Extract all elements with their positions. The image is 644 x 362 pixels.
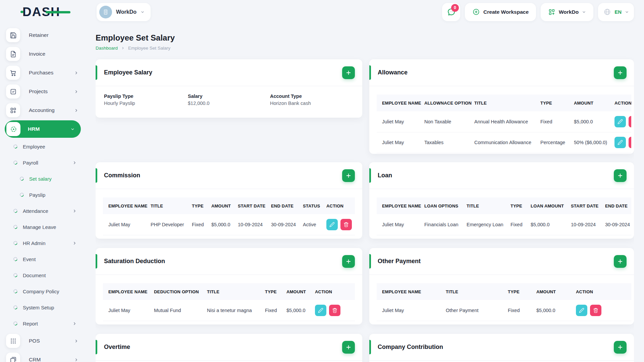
sidebar-item-document[interactable]: Document	[0, 267, 86, 283]
sidebar-item-label: POS	[29, 338, 40, 344]
sidebar-item-invoice[interactable]: Invoice	[0, 45, 86, 63]
top-header: DASH WorkDo 0 Create Workspace WorkDo EN	[0, 0, 644, 24]
workdo-menu-label: WorkDo	[559, 9, 579, 15]
column-header-employee-name: EMPLOYEE NAME	[377, 95, 419, 111]
sidebar-item-pos[interactable]: POS	[0, 331, 86, 350]
allowance-card: Allowance EMPLOYEE NAMEALLOWNACE OPTIONT…	[369, 59, 634, 154]
column-header-employee-name: EMPLOYEE NAME	[103, 283, 149, 300]
field-payslip-type: Payslip TypeHourly Payslip	[104, 94, 188, 106]
chevron-right-icon	[74, 358, 78, 362]
sidebar-item-label: Payroll	[23, 160, 38, 166]
edit-button[interactable]	[576, 305, 587, 316]
table-row: Juliet MayTaxablesCommunication Allowanc…	[377, 132, 631, 153]
delete-button[interactable]	[629, 137, 631, 148]
sidebar-item-retainer[interactable]: Retainer	[0, 26, 86, 45]
edit-button[interactable]	[326, 219, 338, 230]
pencil-icon	[579, 308, 584, 313]
sidebar-item-system-setup[interactable]: System Setup	[0, 299, 86, 315]
delete-button[interactable]	[329, 305, 340, 316]
delete-button[interactable]	[590, 305, 601, 316]
pos-icon	[6, 334, 20, 348]
add-overtime-button[interactable]	[342, 341, 355, 354]
table-cell: Nisi a tenetur magna	[202, 300, 260, 321]
sidebar-item-manage-leave[interactable]: Manage Leave	[0, 219, 86, 235]
logo-text: DASH	[22, 5, 60, 19]
chevron-down-icon	[141, 10, 145, 14]
field-label: Salary	[188, 94, 270, 99]
edit-button[interactable]	[614, 116, 626, 127]
page-title: Employee Set Salary	[96, 33, 634, 43]
workspace-avatar	[99, 6, 112, 18]
sidebar-item-attendance[interactable]: Attendance	[0, 203, 86, 219]
workspace-switcher[interactable]: WorkDo	[97, 3, 151, 21]
sidebar-item-crm[interactable]: CRM	[0, 350, 86, 362]
add-loan-button[interactable]	[614, 169, 627, 182]
sidebar-item-payroll[interactable]: Payroll	[0, 155, 86, 171]
bullet-icon	[13, 160, 18, 165]
edit-button[interactable]	[614, 137, 626, 148]
column-header-amount: AMOUNT	[281, 283, 310, 300]
sidebar-item-label: CRM	[29, 357, 41, 362]
sidebar-item-hrm[interactable]: HRM	[5, 120, 81, 138]
data-table: EMPLOYEE NAMEALLOWNACE OPTIONTITLETYPEAM…	[377, 95, 631, 153]
bullet-icon	[13, 256, 18, 262]
delete-button[interactable]	[340, 219, 352, 230]
bullet-icon	[13, 240, 18, 246]
sidebar-item-projects[interactable]: Projects	[0, 82, 86, 101]
sidebar-item-company-policy[interactable]: Company Policy	[0, 283, 86, 299]
delete-button[interactable]	[629, 116, 631, 127]
main-content: Employee Set Salary Dashboard Employee S…	[96, 24, 634, 362]
create-workspace-button[interactable]: Create Workspace	[465, 3, 536, 21]
messages-button[interactable]: 0	[442, 3, 460, 21]
sidebar-item-label: HRM	[28, 126, 40, 132]
sidebar-item-event[interactable]: Event	[0, 251, 86, 267]
overtime-card: Overtime	[96, 334, 362, 362]
table-cell: Juliet May	[377, 214, 419, 235]
table-cell: $5,000.0	[531, 300, 571, 321]
breadcrumb-dashboard-link[interactable]: Dashboard	[96, 46, 118, 51]
sidebar-item-label: Manage Leave	[23, 224, 56, 230]
edit-button[interactable]	[315, 305, 326, 316]
table-header-row: EMPLOYEE NAMETITLETYPEAMOUNTACTION	[377, 283, 631, 300]
table-cell: $5,000.0	[281, 300, 310, 321]
column-header-action: ACTION	[321, 197, 355, 214]
employee-salary-fields: Payslip TypeHourly PayslipSalary$12,000.…	[96, 86, 362, 106]
chevron-right-icon	[72, 241, 77, 245]
add-commission-button[interactable]	[342, 169, 355, 182]
sidebar-item-purchases[interactable]: Purchases	[0, 63, 86, 82]
sidebar-item-set-salary[interactable]: Set salary	[0, 171, 86, 187]
sidebar-item-accounting[interactable]: Accounting	[0, 101, 86, 120]
action-cell	[609, 132, 631, 153]
add-employee-salary-button[interactable]	[342, 66, 355, 79]
table-cell: Fixed	[502, 300, 531, 321]
sidebar-item-label: Employee	[23, 144, 45, 149]
chevron-right-icon	[72, 209, 77, 213]
sidebar-item-report[interactable]: Report	[0, 315, 86, 331]
loan-table: EMPLOYEE NAMELOAN OPTIONSTITLETYPELOAN A…	[377, 197, 631, 235]
add-allowance-button[interactable]	[614, 66, 627, 79]
table-cell: 30-09-2024	[600, 214, 631, 235]
plus-icon	[345, 70, 352, 76]
column-header-amount: AMOUNT	[206, 197, 232, 214]
table-row: Juliet MayFinancials LoanEmergency LoanF…	[377, 214, 631, 235]
card-header: Commission	[96, 162, 362, 189]
workdo-menu-button[interactable]: WorkDo	[541, 3, 593, 21]
card-title: Allowance	[378, 69, 408, 76]
sidebar-item-label: Report	[23, 321, 38, 326]
column-header-start-date: START DATE	[566, 197, 600, 214]
language-selector[interactable]: EN	[598, 3, 634, 21]
column-header-loan-amount: LOAN AMOUNT	[525, 197, 566, 214]
sidebar-item-employee[interactable]: Employee	[0, 138, 86, 155]
sidebar-item-payslip[interactable]: Payslip	[0, 187, 86, 203]
column-header-action: ACTION	[609, 95, 631, 111]
field-label: Payslip Type	[104, 94, 188, 99]
add-saturation-deduction-button[interactable]	[342, 255, 355, 268]
add-other-payment-button[interactable]	[614, 255, 627, 268]
sidebar-item-label: Projects	[29, 88, 48, 95]
app-logo[interactable]: DASH	[0, 5, 86, 19]
sidebar-item-hr-admin[interactable]: HR Admin	[0, 235, 86, 251]
plus-icon	[617, 344, 623, 350]
add-company-contribution-button[interactable]	[614, 341, 627, 354]
column-header-action: ACTION	[310, 283, 355, 300]
table-cell: Taxables	[419, 132, 469, 153]
